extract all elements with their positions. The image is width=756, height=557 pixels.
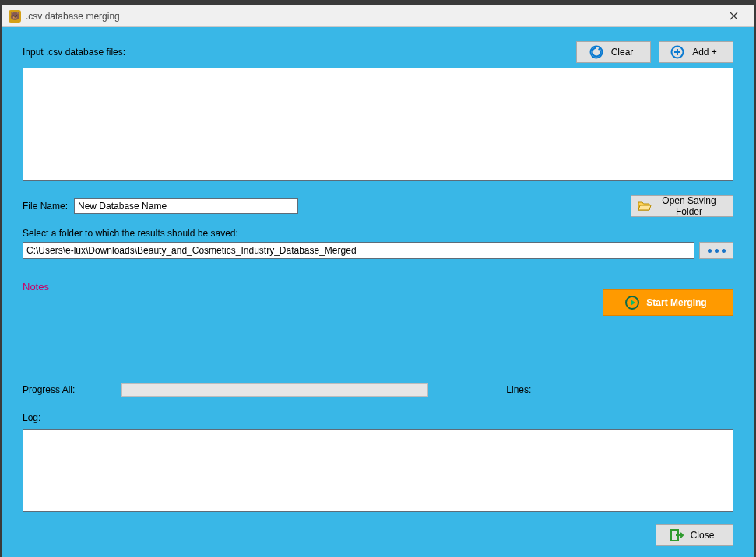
clear-button-label: Clear bbox=[611, 47, 634, 58]
progress-row: Progress All: Lines: bbox=[23, 383, 733, 397]
undo-icon bbox=[589, 45, 603, 59]
add-button-label: Add + bbox=[692, 47, 717, 58]
top-row: Input .csv database files: Clear Add + bbox=[23, 41, 733, 63]
file-name-label: File Name: bbox=[23, 201, 68, 212]
play-circle-icon bbox=[624, 295, 640, 310]
start-row: Start Merging bbox=[23, 289, 733, 316]
browse-folder-button[interactable] bbox=[699, 242, 733, 259]
window-close-button[interactable] bbox=[718, 5, 749, 27]
dialog-window: 🐻 .csv database merging Input .csv datab… bbox=[2, 5, 754, 555]
close-button[interactable]: Close bbox=[656, 524, 733, 546]
progress-bar bbox=[121, 383, 428, 397]
add-button[interactable]: Add + bbox=[659, 41, 733, 63]
exit-icon bbox=[670, 529, 684, 541]
log-box[interactable] bbox=[23, 429, 733, 512]
log-label: Log: bbox=[23, 412, 733, 423]
start-merging-label: Start Merging bbox=[646, 297, 706, 308]
plus-circle-icon bbox=[670, 45, 684, 59]
window-title: .csv database merging bbox=[26, 11, 718, 22]
input-files-label: Input .csv database files: bbox=[23, 47, 125, 58]
app-icon: 🐻 bbox=[9, 10, 21, 23]
start-merging-button[interactable]: Start Merging bbox=[603, 289, 733, 316]
close-row: Close bbox=[23, 524, 733, 546]
file-name-input[interactable] bbox=[74, 198, 298, 214]
clear-button[interactable]: Clear bbox=[576, 41, 651, 63]
ellipsis-icon bbox=[708, 249, 726, 253]
client-area: Input .csv database files: Clear Add + bbox=[2, 27, 754, 557]
close-icon bbox=[730, 12, 738, 20]
folder-open-icon bbox=[638, 200, 652, 212]
filename-row: File Name: Open Saving Folder bbox=[23, 195, 733, 217]
select-folder-label: Select a folder to which the results sho… bbox=[23, 228, 733, 239]
lines-label: Lines: bbox=[506, 384, 531, 395]
open-saving-folder-label: Open Saving Folder bbox=[656, 195, 722, 217]
progress-all-label: Progress All: bbox=[23, 384, 75, 395]
input-files-list[interactable] bbox=[23, 68, 733, 181]
open-saving-folder-button[interactable]: Open Saving Folder bbox=[631, 195, 733, 217]
close-button-label: Close bbox=[691, 530, 715, 541]
folder-path-input[interactable] bbox=[23, 242, 694, 259]
folder-row bbox=[23, 242, 733, 259]
titlebar: 🐻 .csv database merging bbox=[2, 5, 754, 27]
